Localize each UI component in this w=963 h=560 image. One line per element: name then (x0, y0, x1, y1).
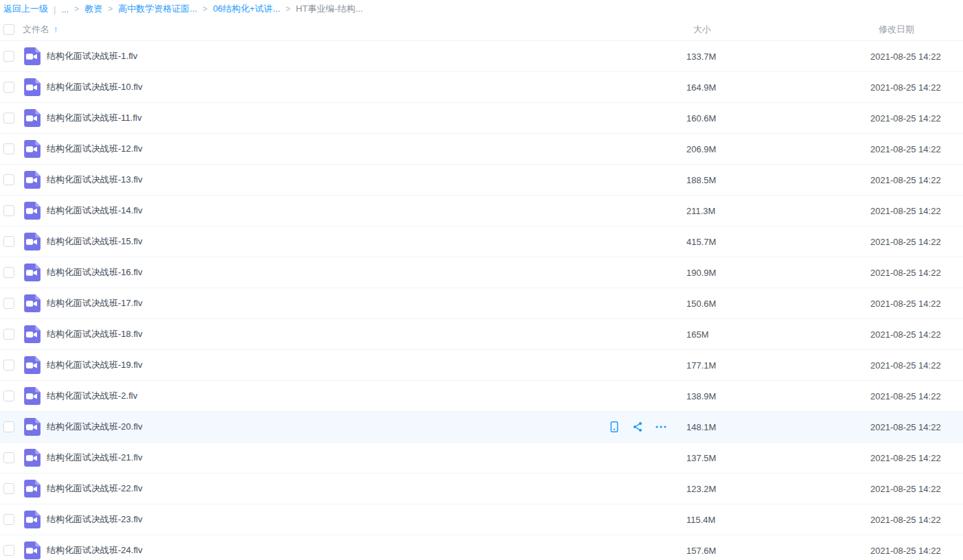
breadcrumb-item-2[interactable]: 高中数学资格证面... (118, 3, 197, 15)
more-icon[interactable] (655, 421, 667, 433)
file-name[interactable]: 结构化面试决战班-22.flv (47, 482, 142, 495)
file-size: 157.6M (686, 546, 716, 556)
file-row[interactable]: 结构化面试决战班-15.flv (0, 226, 963, 257)
video-file-icon (23, 294, 40, 312)
file-name[interactable]: 结构化面试决战班-20.flv (47, 421, 142, 433)
row-checkbox[interactable] (3, 298, 14, 309)
file-row[interactable]: 结构化面试决战班-12.flv (0, 134, 963, 165)
file-row[interactable]: 结构化面试决战班-22.flv (0, 474, 963, 504)
select-all-checkbox[interactable] (3, 24, 14, 35)
file-row[interactable]: 结构化面试决战班-14.flv (0, 196, 963, 226)
file-row[interactable]: 结构化面试决战班-1.flv (0, 41, 963, 72)
video-file-icon (23, 109, 40, 127)
file-name[interactable]: 结构化面试决战班-18.flv (47, 328, 142, 340)
file-name[interactable]: 结构化面试决战班-11.flv (47, 112, 141, 124)
file-size: 123.2M (686, 484, 716, 494)
video-file-icon (23, 47, 40, 65)
mobile-icon[interactable] (608, 421, 620, 433)
file-name[interactable]: 结构化面试决战班-23.flv (47, 513, 142, 526)
row-checkbox[interactable] (3, 113, 14, 124)
file-date: 2021-08-25 14:22 (870, 391, 941, 401)
file-date: 2021-08-25 14:22 (870, 422, 941, 432)
column-header-filename-label: 文件名 (23, 23, 49, 36)
file-date: 2021-08-25 14:22 (870, 82, 941, 93)
video-file-icon (23, 480, 40, 498)
list-header: 文件名 ↑ 大小 修改日期 (0, 18, 963, 41)
back-link[interactable]: 返回上一级 (3, 3, 48, 15)
file-name[interactable]: 结构化面试决战班-19.flv (47, 359, 142, 371)
file-name[interactable]: 结构化面试决战班-1.flv (47, 50, 137, 62)
file-date: 2021-08-25 14:22 (870, 299, 941, 309)
row-checkbox[interactable] (3, 390, 14, 401)
row-checkbox[interactable] (3, 545, 14, 556)
row-checkbox[interactable] (3, 205, 14, 216)
file-name[interactable]: 结构化面试决战班-15.flv (47, 235, 142, 248)
column-header-size[interactable]: 大小 (693, 23, 711, 36)
file-row[interactable]: 结构化面试决战班-20.flv (0, 412, 963, 443)
video-file-icon (23, 511, 40, 528)
file-row[interactable]: 结构化面试决战班-13.flv (0, 165, 963, 196)
file-name[interactable]: 结构化面试决战班-16.flv (47, 266, 142, 279)
row-checkbox[interactable] (3, 360, 14, 371)
share-icon[interactable] (631, 421, 644, 433)
breadcrumb-item-1[interactable]: 教资 (84, 3, 102, 15)
row-checkbox[interactable] (3, 421, 14, 432)
file-row[interactable]: 结构化面试决战班-11.flv (0, 103, 963, 134)
video-file-icon (23, 418, 40, 436)
file-row[interactable]: 结构化面试决战班-17.flv (0, 288, 963, 319)
file-name[interactable]: 结构化面试决战班-14.flv (47, 205, 142, 217)
file-name[interactable]: 结构化面试决战班-24.flv (47, 544, 142, 557)
row-checkbox[interactable] (3, 51, 14, 62)
file-name[interactable]: 结构化面试决战班-10.flv (47, 81, 142, 93)
row-actions (608, 421, 667, 433)
column-header-date[interactable]: 修改日期 (879, 23, 914, 36)
file-size: 165M (686, 329, 709, 340)
file-size: 188.5M (686, 175, 716, 185)
row-checkbox[interactable] (3, 236, 14, 247)
file-size: 177.1M (686, 360, 716, 371)
row-checkbox[interactable] (3, 452, 14, 463)
video-file-icon (23, 325, 40, 343)
breadcrumb-separator: > (202, 4, 207, 14)
file-row[interactable]: 结构化面试决战班-23.flv (0, 504, 963, 535)
breadcrumb-item-3[interactable]: 06结构化+试讲... (213, 3, 280, 15)
file-size: 137.5M (686, 453, 716, 463)
row-checkbox[interactable] (3, 174, 14, 185)
file-size: 164.9M (686, 82, 716, 93)
row-checkbox[interactable] (3, 82, 14, 93)
column-header-filename[interactable]: 文件名 ↑ (23, 23, 58, 36)
row-checkbox[interactable] (3, 267, 14, 278)
row-checkbox[interactable] (3, 514, 14, 525)
file-size: 138.9M (686, 391, 716, 401)
sort-ascending-icon: ↑ (54, 25, 58, 34)
video-file-icon (23, 264, 40, 281)
file-row[interactable]: 结构化面试决战班-10.flv (0, 72, 963, 103)
file-date: 2021-08-25 14:22 (870, 546, 941, 556)
video-file-icon (23, 78, 40, 96)
video-file-icon (23, 449, 40, 467)
file-date: 2021-08-25 14:22 (870, 268, 941, 278)
file-row[interactable]: 结构化面试决战班-21.flv (0, 443, 963, 474)
row-checkbox[interactable] (3, 483, 14, 494)
file-name[interactable]: 结构化面试决战班-17.flv (47, 297, 142, 310)
file-name[interactable]: 结构化面试决战班-13.flv (47, 174, 142, 186)
row-checkbox[interactable] (3, 329, 14, 340)
file-name[interactable]: 结构化面试决战班-12.flv (47, 143, 142, 155)
breadcrumb-item-ellipsis[interactable]: ... (61, 4, 69, 14)
file-size: 415.7M (686, 237, 716, 247)
breadcrumb: 返回上一级 | ... > 教资 > 高中数学资格证面... > 06结构化+试… (0, 0, 963, 18)
file-row[interactable]: 结构化面试决战班-19.flv (0, 350, 963, 381)
row-checkbox[interactable] (3, 143, 14, 154)
file-row[interactable]: 结构化面试决战班-16.flv (0, 257, 963, 288)
file-row[interactable]: 结构化面试决战班-24.flv (0, 535, 963, 560)
video-file-icon (23, 387, 40, 405)
file-row[interactable]: 结构化面试决战班-2.flv (0, 381, 963, 412)
file-list: 结构化面试决战班-1.flv (0, 41, 963, 560)
video-file-icon (23, 202, 40, 220)
file-name[interactable]: 结构化面试决战班-2.flv (47, 390, 137, 402)
file-date: 2021-08-25 14:22 (870, 453, 941, 463)
file-row[interactable]: 结构化面试决战班-18.flv (0, 319, 963, 350)
video-file-icon (23, 140, 40, 158)
file-size: 148.1M (686, 422, 716, 432)
file-name[interactable]: 结构化面试决战班-21.flv (47, 452, 142, 464)
